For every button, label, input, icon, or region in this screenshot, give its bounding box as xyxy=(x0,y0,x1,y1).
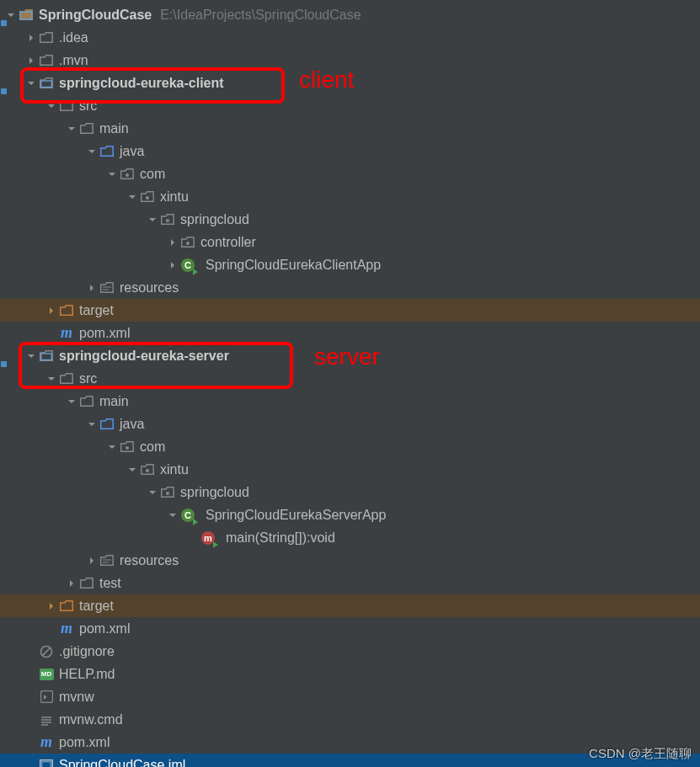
tree-row[interactable]: main xyxy=(0,390,700,413)
source-folder-icon xyxy=(99,417,115,432)
svg-point-7 xyxy=(126,446,129,450)
chevron-down-icon[interactable] xyxy=(45,373,57,385)
tree-row[interactable]: .idea xyxy=(0,26,700,49)
folder-icon xyxy=(79,394,94,409)
svg-rect-6 xyxy=(41,354,52,360)
file-label: pom.xml xyxy=(79,621,130,637)
package-label: com xyxy=(140,439,165,455)
tree-row[interactable]: C SpringCloudEurekaServerApp xyxy=(0,503,700,526)
svg-point-8 xyxy=(146,469,149,472)
chevron-down-icon[interactable] xyxy=(66,123,77,135)
package-icon xyxy=(120,167,135,182)
tree-row[interactable]: resources xyxy=(0,549,700,572)
maven-file-icon: m xyxy=(59,326,74,341)
source-folder-icon xyxy=(99,144,115,159)
tree-row[interactable]: C SpringCloudEurekaClientApp xyxy=(0,253,700,276)
tree-row[interactable]: src xyxy=(0,94,700,117)
module-icon xyxy=(19,8,34,23)
chevron-right-icon[interactable] xyxy=(25,55,37,67)
tree-row[interactable]: main xyxy=(0,117,700,140)
tree-row[interactable]: controller xyxy=(0,231,700,253)
chevron-right-icon[interactable] xyxy=(45,600,57,612)
file-label: pom.xml xyxy=(59,735,110,750)
chevron-down-icon[interactable] xyxy=(45,100,57,112)
svg-point-9 xyxy=(166,492,169,495)
chevron-right-icon[interactable] xyxy=(45,305,57,317)
tree-row[interactable]: java xyxy=(0,140,700,162)
tree-row[interactable]: test xyxy=(0,572,700,594)
folder-icon xyxy=(59,371,74,386)
tree-row[interactable]: xintu xyxy=(0,458,700,481)
folder-label: main xyxy=(99,121,129,136)
tree-row[interactable]: target xyxy=(0,299,700,322)
chevron-down-icon[interactable] xyxy=(167,509,179,521)
tree-row[interactable]: com xyxy=(0,162,700,185)
svg-rect-1 xyxy=(41,81,52,88)
folder-label: .mvn xyxy=(59,53,88,68)
svg-point-5 xyxy=(186,242,190,245)
tree-row-module-client[interactable]: springcloud-eureka-client xyxy=(0,72,700,94)
excluded-folder-icon xyxy=(59,303,74,318)
tree-row[interactable]: m pom.xml xyxy=(0,617,700,640)
svg-line-11 xyxy=(43,647,51,655)
tree-row[interactable]: mvnw.cmd xyxy=(0,708,700,731)
tree-row[interactable]: resources xyxy=(0,276,700,299)
svg-point-3 xyxy=(146,196,149,200)
chevron-down-icon[interactable] xyxy=(147,487,158,498)
package-icon xyxy=(120,439,135,455)
root-path: E:\IdeaProjects\SpringCloudCase xyxy=(160,8,361,23)
chevron-down-icon[interactable] xyxy=(86,418,98,430)
tree-row[interactable]: target xyxy=(0,594,700,617)
project-tree[interactable]: SpringCloudCase E:\IdeaProjects\SpringCl… xyxy=(0,0,700,767)
chevron-down-icon[interactable] xyxy=(25,77,37,89)
class-label: SpringCloudEurekaClientApp xyxy=(206,258,381,273)
markdown-icon: MD xyxy=(39,667,54,682)
chevron-down-icon[interactable] xyxy=(25,350,37,362)
tree-row-root[interactable]: SpringCloudCase E:\IdeaProjects\SpringCl… xyxy=(0,3,700,26)
folder-icon xyxy=(79,121,94,136)
root-name: SpringCloudCase xyxy=(39,8,152,23)
chevron-down-icon[interactable] xyxy=(86,146,98,157)
package-label: com xyxy=(140,167,165,182)
shell-script-icon xyxy=(39,690,54,705)
tree-row[interactable]: m main(String[]):void xyxy=(0,526,700,549)
text-file-icon xyxy=(39,712,54,727)
chevron-right-icon[interactable] xyxy=(167,259,179,271)
svg-point-2 xyxy=(126,173,129,177)
tree-row[interactable]: springcloud xyxy=(0,208,700,231)
method-icon: m xyxy=(200,530,216,546)
tree-row[interactable]: java xyxy=(0,413,700,435)
chevron-down-icon[interactable] xyxy=(106,168,118,180)
tree-row[interactable]: mvnw xyxy=(0,685,700,708)
chevron-right-icon[interactable] xyxy=(86,282,98,294)
tree-row[interactable]: xintu xyxy=(0,185,700,208)
chevron-down-icon[interactable] xyxy=(126,464,138,476)
tree-row[interactable]: m pom.xml xyxy=(0,322,700,344)
module-name: springcloud-eureka-client xyxy=(59,76,224,91)
folder-label: java xyxy=(120,144,144,159)
folder-label: main xyxy=(99,394,129,409)
tree-row[interactable]: springcloud xyxy=(0,481,700,503)
chevron-down-icon[interactable] xyxy=(147,214,158,226)
tree-row[interactable]: MD HELP.md xyxy=(0,663,700,685)
chevron-down-icon[interactable] xyxy=(5,9,17,21)
chevron-right-icon[interactable] xyxy=(86,555,98,567)
file-label: .gitignore xyxy=(59,644,115,659)
tree-row[interactable]: com xyxy=(0,435,700,458)
module-name: springcloud-eureka-server xyxy=(59,349,229,364)
tree-row[interactable]: src xyxy=(0,367,700,390)
chevron-right-icon[interactable] xyxy=(167,237,179,248)
tree-row[interactable]: .mvn xyxy=(0,49,700,72)
chevron-down-icon[interactable] xyxy=(66,396,77,407)
chevron-right-icon[interactable] xyxy=(66,578,77,589)
chevron-down-icon[interactable] xyxy=(126,191,138,203)
file-label: HELP.md xyxy=(59,667,115,682)
chevron-down-icon[interactable] xyxy=(106,441,118,453)
tree-row-module-server[interactable]: springcloud-eureka-server xyxy=(0,344,700,367)
chevron-right-icon[interactable] xyxy=(25,32,37,44)
svg-rect-14 xyxy=(42,762,51,767)
tree-row[interactable]: .gitignore xyxy=(0,640,700,663)
resource-folder-icon xyxy=(99,280,115,296)
method-label: main(String[]):void xyxy=(226,530,335,546)
svg-point-4 xyxy=(166,219,169,222)
